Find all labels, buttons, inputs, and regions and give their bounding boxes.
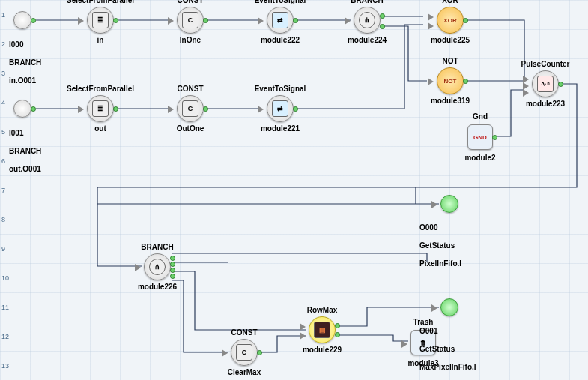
module-name-label: module229 [303, 346, 342, 354]
output-label-O001: O001 GetStatus MaxPixelInFifo.I [419, 318, 476, 380]
module-type-label: EventToSignal [255, 0, 306, 4]
module-type-label: SelectFromParallel [67, 0, 134, 4]
ets-icon: ⇄ [272, 100, 288, 117]
module-type-label: CONST [178, 85, 204, 93]
module-type-label: BRANCH [141, 243, 173, 251]
input-port-I000[interactable] [13, 11, 31, 29]
output-port-O001[interactable] [440, 298, 458, 316]
module-name-label: module221 [261, 124, 300, 133]
const-icon: C [182, 12, 198, 28]
branch-icon: ⋔ [359, 12, 375, 28]
rowmax-icon: ▤ [314, 322, 330, 338]
module-type-label: SelectFromParallel [67, 85, 134, 93]
module-branch-226[interactable]: ⋔ BRANCH module226 [144, 253, 171, 280]
sfp-icon: ≣ [92, 12, 109, 28]
module-select-from-parallel-in[interactable]: ≣ SelectFromParallel in [87, 7, 114, 34]
module-name-label: module226 [138, 283, 177, 291]
module-branch-224[interactable]: ⋔ BRANCH module224 [354, 7, 381, 34]
ets-icon: ⇄ [272, 12, 288, 28]
module-type-label: EventToSignal [255, 85, 306, 93]
module-name-label: InOne [180, 36, 201, 44]
module-type-label: CONST [231, 328, 258, 337]
module-const-inone[interactable]: C CONST InOne [177, 7, 204, 34]
module-type-label: Gnd [473, 112, 488, 121]
input-label-I001: I001 BRANCH out.O001 [9, 120, 41, 183]
output-label-O000: O000 GetStatus PixelInFifo.I [419, 214, 461, 277]
module-name-label: ClearMax [228, 368, 261, 376]
const-icon: C [182, 100, 198, 117]
grid-background [0, 0, 588, 380]
module-type-label: CONST [178, 0, 204, 4]
module-name-label: module222 [261, 36, 300, 44]
module-const-outone[interactable]: C CONST OutOne [177, 95, 204, 122]
module-type-label: RowMax [307, 306, 338, 314]
gnd-icon: GND [473, 134, 487, 141]
module-eventtosignal-222[interactable]: ⇄ EventToSignal module222 [267, 7, 294, 34]
module-name-label: module225 [431, 36, 470, 44]
module-xor-225[interactable]: XOR XOR module225 [437, 7, 464, 34]
module-gnd[interactable]: GND Gnd module2 [467, 124, 493, 150]
module-pulsecounter-223[interactable]: ∿ⁿ PulseCounter module223 [532, 70, 559, 97]
module-name-label: out [94, 124, 106, 133]
output-port-O000[interactable] [440, 195, 458, 213]
branch-icon: ⋔ [149, 259, 166, 275]
module-name-label: module223 [526, 100, 565, 108]
module-name-label: module2 [464, 154, 495, 162]
module-type-label: XOR [442, 0, 458, 4]
const-icon: C [236, 344, 252, 361]
module-name-label: in [97, 36, 104, 44]
xor-icon: XOR [443, 17, 456, 24]
module-const-clearmax[interactable]: C CONST ClearMax [231, 339, 258, 366]
module-type-label: NOT [442, 57, 458, 65]
module-type-label: BRANCH [351, 0, 383, 4]
module-name-label: OutOne [177, 124, 204, 133]
module-eventtosignal-221[interactable]: ⇄ EventToSignal module221 [267, 95, 294, 122]
module-type-label: PulseCounter [521, 60, 569, 68]
module-rowmax-229[interactable]: ▤ RowMax module229 [309, 316, 336, 343]
pulse-icon: ∿ⁿ [537, 76, 554, 92]
input-port-I001[interactable] [13, 100, 31, 118]
row-numbers: 123 456 789 101112 13 [1, 0, 9, 380]
not-icon: NOT [444, 78, 457, 85]
sfp-icon: ≣ [92, 100, 109, 117]
module-name-label: module319 [431, 97, 470, 105]
module-select-from-parallel-out[interactable]: ≣ SelectFromParallel out [87, 95, 114, 122]
module-name-label: module224 [348, 36, 387, 44]
input-label-I000: I000 BRANCH in.O001 [9, 31, 41, 94]
module-not-319[interactable]: NOT NOT module319 [437, 67, 464, 94]
